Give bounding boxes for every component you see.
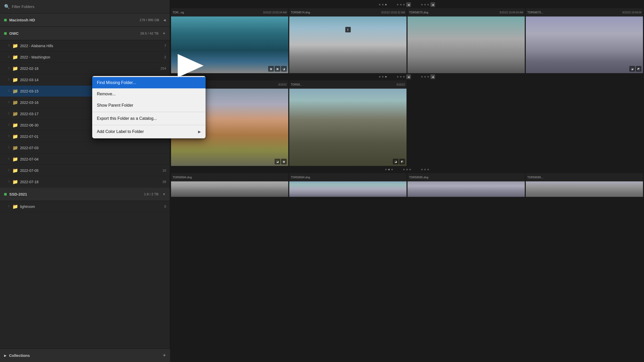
photo-bg [526, 181, 643, 197]
folder-row[interactable]: ⠿ 📁 lightroom 0 [0, 201, 170, 212]
drag-handle-icon: ⠿ [8, 44, 11, 47]
photo-header: TDR58575.dng 3/15/22 10:04:04 AM [408, 8, 525, 16]
add-collection-button[interactable]: + [163, 352, 166, 358]
drag-handle-icon: ⠿ [8, 55, 11, 59]
nav-dots-group [421, 169, 429, 170]
photo-image: ◪ ◩ [289, 89, 406, 166]
menu-item-remove[interactable]: Remove... [92, 88, 206, 100]
nav-arrow[interactable]: ◀ [430, 2, 435, 7]
folder-row[interactable]: ⠿ 📁 2022-07-04 [0, 154, 170, 165]
nav-dots-top: ◀ ◀ [170, 1, 644, 8]
volume-status-dot [4, 193, 7, 196]
photo-cell[interactable]: TDR58584.dng [289, 173, 406, 197]
drag-handle-icon: ⠿ [8, 101, 11, 104]
nav-dot [400, 76, 402, 78]
photo-cell[interactable]: TDR58574.dng 3/15/22 10:02:32 AM ! [289, 8, 406, 73]
photo-cell[interactable]: TDR58575... 3/15/22 10:04:04 ◪ ◩ [526, 8, 643, 73]
folder-row[interactable]: ⠿ 📁 2022-07-18 28 [0, 176, 170, 188]
folder-icon: 📁 [12, 156, 18, 162]
volume-macintosh-hd[interactable]: Macintosh HD 179 / 995 GB ◀ [0, 13, 170, 27]
collections-expand-icon: ▶ [4, 354, 6, 357]
nav-arrow[interactable]: ◀ [430, 74, 435, 79]
menu-item-label: Export this Folder as a Catalog... [97, 116, 201, 121]
menu-item-add-color-label[interactable]: Add Color Label to Folder ▶ [92, 126, 206, 137]
nav-dot [421, 76, 423, 78]
missing-folder-icon: 📁 [12, 145, 18, 151]
photo-header: TDR58585.dng [408, 173, 525, 181]
photo-header: TDR58585... [526, 173, 643, 181]
photo-cell[interactable]: TDR58585.dng [408, 173, 525, 197]
nav-dot [421, 4, 423, 5]
overlay-icon: ▣ [275, 66, 280, 72]
folder-row[interactable]: ⠿ 📁 2022 - Alabama Hills 7 [0, 40, 170, 52]
volume-status-dot [4, 19, 7, 21]
menu-item-export-catalog[interactable]: Export this Folder as a Catalog... [92, 113, 206, 124]
photo-bg [289, 89, 406, 166]
photo-overlay-icons: ◪ ◩ [393, 159, 405, 164]
menu-item-show-parent[interactable]: Show Parent Folder [92, 100, 206, 111]
photo-header: TDR...ng 3/15/22 10:02:04 AM [171, 8, 288, 16]
folder-name: lightroom [20, 205, 164, 209]
collections-bar[interactable]: ▶ Collections + [0, 349, 170, 362]
folder-icon: 📁 [12, 54, 18, 60]
photo-filename: TDR58584.dng [291, 176, 405, 179]
photo-date: 3/15/22 [278, 83, 287, 86]
nav-arrow[interactable]: ◀ [406, 74, 411, 79]
volume-owc[interactable]: OWC 28.5 / 42 TB ▼ [0, 27, 170, 40]
photo-cell[interactable]: TDR58... 3/15/22 ◪ ◩ [289, 80, 406, 166]
folder-count: 254 [160, 66, 166, 70]
nav-dot [382, 4, 384, 5]
nav-dots-group [403, 169, 411, 170]
photo-image [408, 181, 525, 197]
nav-dots-group: ◀ [397, 74, 411, 79]
overlay-icon: ▣ [268, 66, 274, 72]
folder-count: 2 [164, 55, 166, 59]
photo-filename: TDR58585... [527, 176, 641, 179]
folder-name: 2022-07-03 [20, 146, 167, 150]
photo-cell[interactable]: TDR58584.dng [171, 173, 288, 197]
folder-icon: 📁 [12, 179, 18, 185]
photo-cell[interactable]: TDR58575.dng 3/15/22 10:04:04 AM [408, 8, 525, 73]
photo-grid-row-2: TDR58... 3/15/22 ◪ ▣ TDR58... 3/15/22 ◪ [170, 80, 644, 166]
nav-dot [421, 169, 423, 170]
photo-date: 3/15/22 10:04:04 [622, 11, 641, 14]
warning-badge: ! [345, 27, 351, 32]
nav-arrow[interactable]: ◀ [406, 2, 411, 7]
volume-arrow-icon: ◀ [163, 18, 166, 22]
arrow-pointer-svg [175, 52, 206, 80]
drag-handle-icon: ⠿ [8, 157, 11, 161]
volume-name: SSD-2021 [9, 192, 141, 196]
drag-handle-icon: ⠿ [8, 67, 11, 70]
photo-filename: TDR58574.dng [291, 11, 380, 14]
folder-row[interactable]: ⠿ 📁 2022-07-05 10 [0, 165, 170, 176]
volume-ssd-2021[interactable]: SSD-2021 1.8 / 2 TB ▼ [0, 188, 170, 201]
drag-handle-icon: ⠿ [8, 180, 11, 183]
overlay-icon: ▣ [281, 159, 287, 164]
drag-handle-icon: ⠿ [8, 169, 11, 172]
photo-filename: TDR58585.dng [409, 176, 523, 179]
photo-header: TDR58... 3/15/22 [289, 80, 406, 89]
photo-bg [408, 16, 525, 73]
volume-name: Macintosh HD [9, 18, 137, 22]
overlay-icon: ◩ [636, 66, 641, 72]
menu-item-label: Find Missing Folder... [97, 80, 201, 85]
overlay-icon: ◪ [281, 66, 287, 72]
photo-cell[interactable]: TDR58585... [526, 173, 643, 197]
nav-dot-active [385, 76, 387, 78]
photo-header: TDR58584.dng [289, 173, 406, 181]
nav-dot [391, 169, 393, 170]
photo-date: 3/15/22 10:04:04 AM [499, 11, 523, 14]
context-menu: Find Missing Folder... Remove... Show Pa… [92, 76, 206, 138]
nav-dot [409, 169, 411, 170]
nav-dot-active [388, 169, 390, 170]
photo-filename: TDR58... [291, 83, 395, 86]
collections-label: Collections [9, 353, 163, 358]
volume-size: 1.8 / 2 TB [144, 192, 158, 196]
photo-image: ! [289, 16, 406, 73]
svg-marker-0 [178, 54, 204, 77]
drag-handle-icon: ⠿ [8, 78, 11, 81]
missing-folder-icon: 📁 [12, 111, 18, 117]
folder-row[interactable]: ⠿ 📁 2022-07-03 [0, 142, 170, 154]
folder-row[interactable]: ⠿ 📁 2022-02-16 254 [0, 63, 170, 74]
folder-row[interactable]: ⠿ 📁 2022 - Washington 2 [0, 52, 170, 63]
